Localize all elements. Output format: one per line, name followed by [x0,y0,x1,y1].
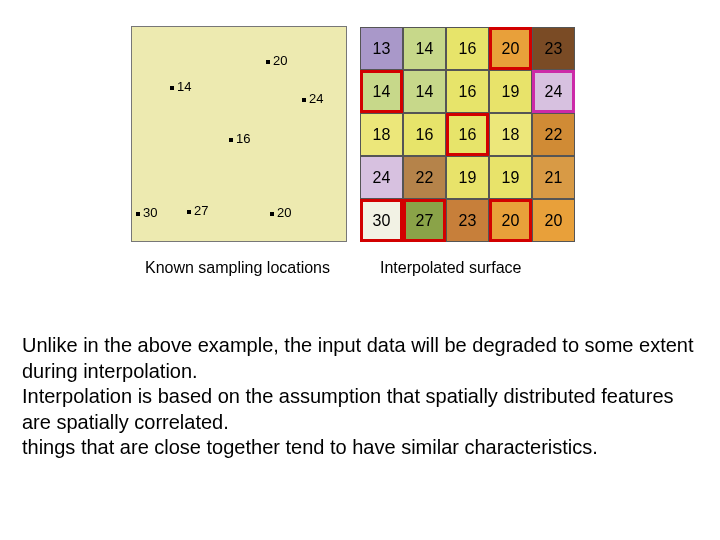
sample-point: 16 [229,131,250,146]
grid-cell: 20 [489,27,532,70]
grid-cell: 22 [403,156,446,199]
sample-point: 20 [270,205,291,220]
grid-cell: 19 [489,70,532,113]
grid-cell: 19 [489,156,532,199]
known-samples-panel: 14202416302720 [131,26,347,242]
grid-cell: 22 [532,113,575,156]
sample-point: 14 [170,79,191,94]
grid-cell: 14 [360,70,403,113]
grid-cell: 16 [446,113,489,156]
sample-point: 30 [136,205,157,220]
grid-cell: 13 [360,27,403,70]
grid-cell: 20 [489,199,532,242]
grid-cell: 14 [403,70,446,113]
grid-cell: 20 [532,199,575,242]
grid-cell: 24 [532,70,575,113]
interp-caption: Interpolated surface [380,258,600,278]
known-caption: Known sampling locations [145,258,345,278]
grid-cell: 18 [360,113,403,156]
grid-cell: 23 [532,27,575,70]
grid-cell: 30 [360,199,403,242]
grid-cell: 23 [446,199,489,242]
grid-cell: 14 [403,27,446,70]
sample-point: 24 [302,91,323,106]
grid-cell: 16 [446,27,489,70]
grid-cell: 24 [360,156,403,199]
sample-point: 20 [266,53,287,68]
grid-cell: 16 [446,70,489,113]
grid-cell: 21 [532,156,575,199]
interpolated-grid: 1314162023141416192418161618222422191921… [360,27,575,242]
grid-cell: 18 [489,113,532,156]
grid-cell: 16 [403,113,446,156]
grid-cell: 27 [403,199,446,242]
grid-cell: 19 [446,156,489,199]
body-text: Unlike in the above example, the input d… [22,333,698,461]
sample-point: 27 [187,203,208,218]
